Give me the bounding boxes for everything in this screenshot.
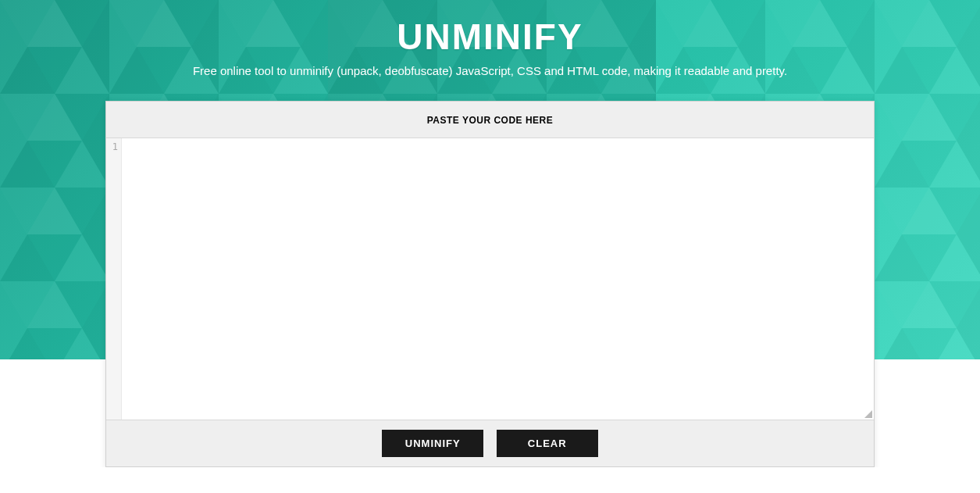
editor-body: 1 (106, 138, 874, 420)
editor-footer: UNMINIFY CLEAR (106, 420, 874, 466)
page-subtitle: Free online tool to unminify (unpack, de… (0, 64, 980, 77)
clear-button[interactable]: CLEAR (497, 430, 598, 457)
code-input[interactable] (122, 138, 874, 420)
resize-handle-icon[interactable] (864, 410, 872, 418)
editor-header: PASTE YOUR CODE HERE (106, 102, 874, 138)
line-number: 1 (106, 141, 118, 152)
page-header: UNMINIFY Free online tool to unminify (u… (0, 0, 980, 101)
code-area (122, 138, 874, 420)
editor-container: PASTE YOUR CODE HERE 1 UNMINIFY CLEAR (105, 101, 875, 467)
page-title: UNMINIFY (0, 16, 980, 58)
line-number-gutter: 1 (106, 138, 122, 420)
editor-header-label: PASTE YOUR CODE HERE (427, 115, 554, 126)
unminify-button[interactable]: UNMINIFY (382, 430, 483, 457)
content-wrapper: UNMINIFY Free online tool to unminify (u… (0, 0, 980, 467)
